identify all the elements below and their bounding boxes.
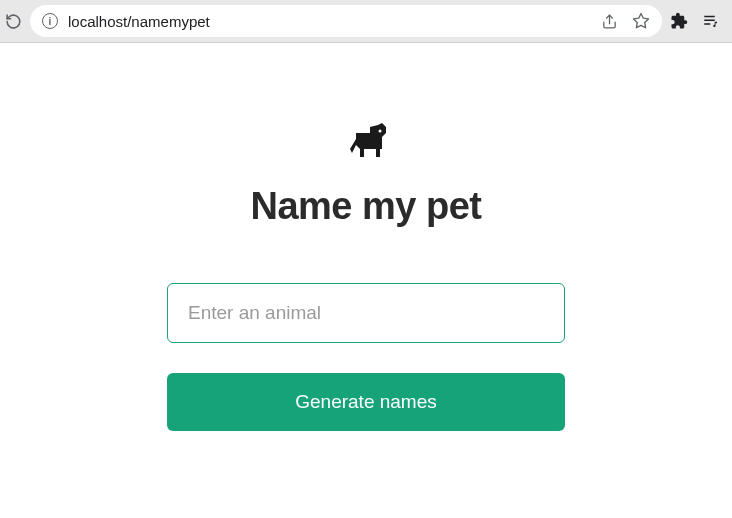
address-bar[interactable]: i localhost/namemypet bbox=[30, 5, 662, 37]
page-title: Name my pet bbox=[250, 185, 481, 228]
svg-rect-4 bbox=[704, 23, 710, 25]
svg-marker-1 bbox=[634, 14, 649, 28]
svg-rect-2 bbox=[704, 16, 715, 18]
svg-point-5 bbox=[379, 130, 382, 133]
url-text: localhost/namemypet bbox=[68, 13, 591, 30]
animal-input[interactable] bbox=[167, 283, 565, 343]
address-bar-icons bbox=[601, 12, 650, 30]
extensions-icon[interactable] bbox=[670, 12, 688, 30]
info-icon[interactable]: i bbox=[42, 13, 58, 29]
dog-icon bbox=[342, 123, 390, 167]
share-icon[interactable] bbox=[601, 13, 618, 30]
reload-icon[interactable] bbox=[4, 12, 22, 30]
svg-rect-3 bbox=[704, 20, 715, 22]
main-content: Name my pet Generate names bbox=[0, 43, 732, 431]
extension-icons bbox=[670, 12, 724, 30]
star-icon[interactable] bbox=[632, 12, 650, 30]
music-icon[interactable] bbox=[702, 12, 720, 30]
browser-toolbar: i localhost/namemypet bbox=[0, 0, 732, 43]
generate-button[interactable]: Generate names bbox=[167, 373, 565, 431]
